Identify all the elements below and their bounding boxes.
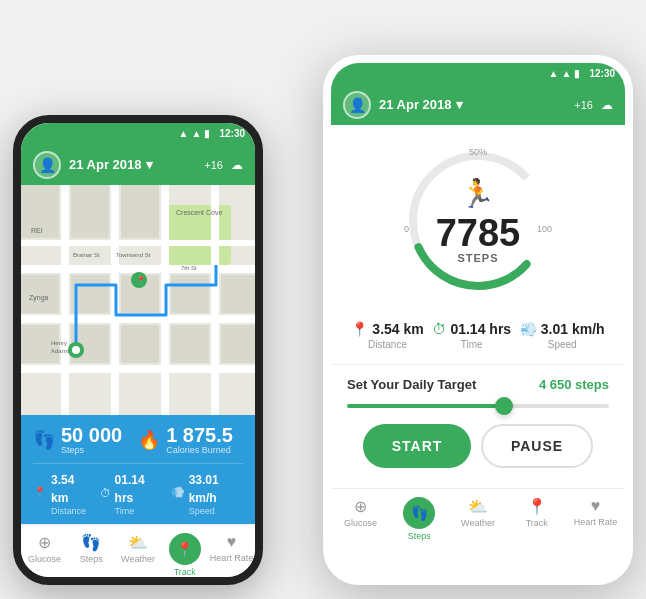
time-label-right: Time xyxy=(461,339,483,350)
running-icon: 🏃 xyxy=(460,177,495,210)
nav-label-track-left: Track xyxy=(174,567,196,577)
avatar-right: 👤 xyxy=(343,91,371,119)
nav-item-heart-right[interactable]: ♥ Heart Rate xyxy=(566,493,625,545)
time-label-left: Time xyxy=(115,506,161,516)
svg-text:Townsend St: Townsend St xyxy=(116,252,151,258)
steps-nav-icon-right: 👣 xyxy=(403,497,435,529)
svg-text:Zynga: Zynga xyxy=(29,294,49,302)
nav-label-steps-left: Steps xyxy=(80,554,103,564)
svg-rect-22 xyxy=(221,325,255,363)
speed-value-right: 3.01 km/h xyxy=(541,321,605,337)
nav-item-weather-right[interactable]: ⛅ Weather xyxy=(449,493,508,545)
svg-text:REI: REI xyxy=(31,227,43,234)
distance-stat-right: 📍 3.54 km Distance xyxy=(351,321,423,350)
heart-icon-left: ♥ xyxy=(227,533,237,551)
calories-label: Calories Burned xyxy=(166,445,233,455)
steps-label: Steps xyxy=(61,445,122,455)
nav-label-glucose-right: Glucose xyxy=(344,518,377,528)
phone-left: ▲ ▲ ▮ 12:30 👤 21 Apr 2018 ▾ +16 ☁ xyxy=(13,115,263,585)
speed-label-left: Speed xyxy=(189,506,243,516)
nav-item-steps-left[interactable]: 👣 Steps xyxy=(68,529,115,581)
speed-stat-left: 💨 33.01 km/h Speed xyxy=(171,470,243,516)
time-stat-right: ⏱ 01.14 hrs Time xyxy=(432,321,511,350)
svg-rect-9 xyxy=(211,185,219,415)
signal-icon-right: ▲ xyxy=(549,68,559,79)
pause-button[interactable]: PAUSE xyxy=(481,424,593,468)
distance-value-right: 3.54 km xyxy=(372,321,423,337)
calories-stat: 🔥 1 875.5 Calories Burned xyxy=(138,425,233,455)
slider-thumb[interactable] xyxy=(495,397,513,415)
header-date-left[interactable]: 21 Apr 2018 ▾ xyxy=(69,157,153,172)
header-date-right[interactable]: 21 Apr 2018 ▾ xyxy=(379,97,463,112)
distance-header-right: 📍 3.54 km xyxy=(351,321,423,337)
track-icon-right: 📍 xyxy=(527,497,547,516)
fire-icon: 🔥 xyxy=(138,429,160,451)
svg-text:📍: 📍 xyxy=(136,275,146,285)
svg-rect-19 xyxy=(171,275,209,313)
nav-item-glucose-right[interactable]: ⊕ Glucose xyxy=(331,493,390,545)
nav-item-track-left[interactable]: 📍 Track xyxy=(161,529,208,581)
signal-icon: ▲ xyxy=(179,128,189,139)
steps-content: 50% 0 100 🏃 7785 STEPS 📍 3.54 km xyxy=(331,125,625,488)
battery-icon-right: ▮ xyxy=(574,68,580,79)
status-bar-right: ▲ ▲ ▮ 12:30 xyxy=(331,63,625,85)
stats-panel-left: 👣 50 000 Steps 🔥 1 875.5 Calories Burned xyxy=(21,415,255,524)
nav-bar-left: ⊕ Glucose 👣 Steps ⛅ Weather 📍 Track ♥ He… xyxy=(21,524,255,585)
slider-fill xyxy=(347,404,504,408)
nav-label-glucose-left: Glucose xyxy=(28,554,61,564)
svg-rect-2 xyxy=(21,265,255,273)
target-value: 4 650 steps xyxy=(539,377,609,392)
slider-track[interactable] xyxy=(347,404,609,408)
nav-label-weather-right: Weather xyxy=(461,518,495,528)
nav-item-glucose-left[interactable]: ⊕ Glucose xyxy=(21,529,68,581)
glucose-icon-left: ⊕ xyxy=(38,533,51,552)
gauge-container: 50% 0 100 🏃 7785 STEPS xyxy=(398,141,558,301)
nav-label-weather-left: Weather xyxy=(121,554,155,564)
nav-item-steps-right[interactable]: 👣 Steps xyxy=(390,493,449,545)
nav-label-heart-left: Heart Rate xyxy=(210,553,254,563)
svg-text:Henry: Henry xyxy=(51,340,67,346)
nav-label-track-right: Track xyxy=(526,518,548,528)
weather-temp-right: +16 xyxy=(574,99,593,111)
status-icons-left: ▲ ▲ ▮ 12:30 xyxy=(179,128,245,139)
distance-icon-right: 📍 xyxy=(351,321,368,337)
stats-row-right: 📍 3.54 km Distance ⏱ 01.14 hrs Time 💨 xyxy=(331,311,625,365)
gauge-label-left: 0 xyxy=(404,224,409,234)
gauge-section: 50% 0 100 🏃 7785 STEPS xyxy=(331,125,625,311)
nav-label-heart-right: Heart Rate xyxy=(574,517,618,527)
header-right: 👤 21 Apr 2018 ▾ +16 ☁ xyxy=(331,85,625,125)
time-stat-left: ⏱ 01.14 hrs Time xyxy=(100,470,161,516)
svg-rect-20 xyxy=(171,325,209,363)
nav-item-track-right[interactable]: 📍 Track xyxy=(507,493,566,545)
header-right-right-section: +16 ☁ xyxy=(574,98,613,112)
nav-item-weather-left[interactable]: ⛅ Weather xyxy=(115,529,162,581)
speed-label-right: Speed xyxy=(548,339,577,350)
glucose-icon-right: ⊕ xyxy=(354,497,367,516)
svg-rect-12 xyxy=(121,185,159,238)
nav-item-heart-left[interactable]: ♥ Heart Rate xyxy=(208,529,255,581)
status-icons-right: ▲ ▲ ▮ 12:30 xyxy=(549,68,615,79)
weather-icon-left: ⛅ xyxy=(128,533,148,552)
speed-icon-right: 💨 xyxy=(520,321,537,337)
time-left: 12:30 xyxy=(219,128,245,139)
header-left-section: 👤 21 Apr 2018 ▾ xyxy=(33,151,153,179)
map-svg: REI Brainar St Townsend St Crescent Cove… xyxy=(21,185,255,415)
start-button[interactable]: START xyxy=(363,424,471,468)
target-header: Set Your Daily Target 4 650 steps xyxy=(347,377,609,392)
svg-rect-18 xyxy=(121,325,159,363)
date-text-right: 21 Apr 2018 xyxy=(379,97,452,112)
time-right: 12:30 xyxy=(589,68,615,79)
weather-icon-right: ⛅ xyxy=(468,497,488,516)
phone-right: ▲ ▲ ▮ 12:30 👤 21 Apr 2018 ▾ +16 ☁ xyxy=(323,55,633,585)
steps-number: 7785 xyxy=(436,214,521,252)
weather-temp-left: +16 xyxy=(204,159,223,171)
stats-main-left: 👣 50 000 Steps 🔥 1 875.5 Calories Burned xyxy=(33,425,243,455)
chevron-down-icon-right: ▾ xyxy=(456,97,463,112)
buttons-row: START PAUSE xyxy=(347,424,609,468)
time-header-right: ⏱ 01.14 hrs xyxy=(432,321,511,337)
gauge-label-top: 50% xyxy=(469,147,487,157)
track-icon-left: 📍 xyxy=(169,533,201,565)
map-area[interactable]: REI Brainar St Townsend St Crescent Cove… xyxy=(21,185,255,415)
svg-rect-6 xyxy=(61,185,69,415)
wifi-icon-right: ▲ xyxy=(562,68,572,79)
